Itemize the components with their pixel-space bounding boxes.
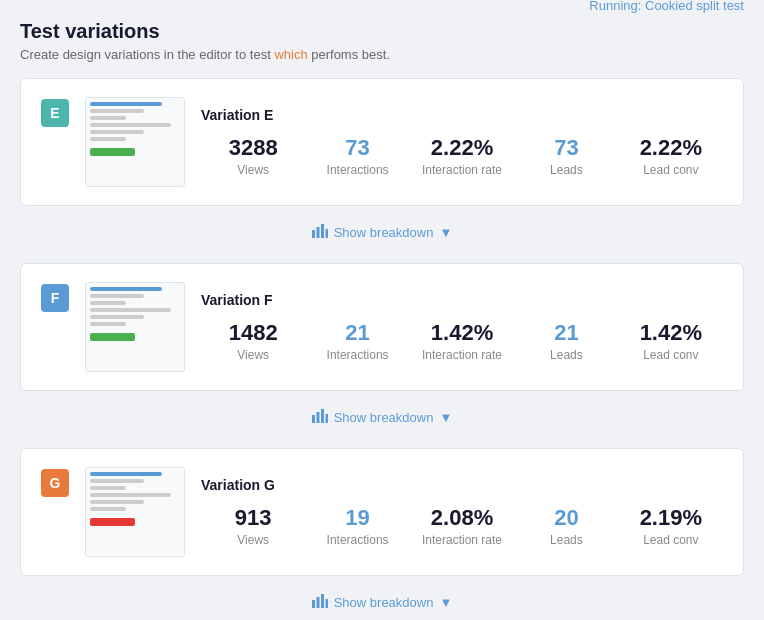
stat-label: Leads [514, 163, 618, 177]
variations-container: E Variation E3288Views73Interactions2.22… [20, 78, 744, 620]
stat-value: 21 [305, 320, 409, 346]
subtitle-text-before: Create design variations in the editor t… [20, 47, 274, 62]
page-title: Test variations [20, 20, 390, 43]
stat-item: 1482Views [201, 320, 305, 362]
variation-content-e: Variation E3288Views73Interactions2.22%I… [201, 107, 723, 177]
stat-value: 73 [305, 135, 409, 161]
stat-item: 73Interactions [305, 135, 409, 177]
thumb-line [90, 308, 171, 312]
variation-badge-e: E [41, 99, 69, 127]
stat-item: 1.42%Lead conv [619, 320, 723, 362]
chevron-down-icon: ▼ [439, 410, 452, 425]
stat-label: Leads [514, 348, 618, 362]
stat-value: 2.19% [619, 505, 723, 531]
variation-content-g: Variation G913Views19Interactions2.08%In… [201, 477, 723, 547]
variation-thumbnail-g [85, 467, 185, 557]
thumb-line [90, 322, 126, 326]
stat-label: Interactions [305, 163, 409, 177]
stat-value: 913 [201, 505, 305, 531]
svg-rect-8 [312, 600, 315, 608]
stats-row-f: 1482Views21Interactions1.42%Interaction … [201, 320, 723, 362]
stat-label: Interaction rate [410, 533, 514, 547]
breakdown-label: Show breakdown [334, 595, 434, 610]
subtitle-text-after: perfoms best. [308, 47, 390, 62]
variation-thumbnail-e [85, 97, 185, 187]
variation-name-g: Variation G [201, 477, 723, 493]
stat-label: Interaction rate [410, 348, 514, 362]
thumb-button [90, 333, 135, 341]
variation-thumbnail-f [85, 282, 185, 372]
thumb-line [90, 472, 162, 476]
svg-rect-5 [316, 412, 319, 423]
bar-chart-icon [312, 409, 328, 426]
variation-content-f: Variation F1482Views21Interactions1.42%I… [201, 292, 723, 362]
stat-value: 1.42% [619, 320, 723, 346]
stat-value: 20 [514, 505, 618, 531]
stat-item: 19Interactions [305, 505, 409, 547]
stat-value: 3288 [201, 135, 305, 161]
stat-item: 3288Views [201, 135, 305, 177]
thumb-line [90, 500, 144, 504]
svg-rect-3 [325, 229, 328, 238]
thumb-line [90, 493, 171, 497]
stat-label: Interaction rate [410, 163, 514, 177]
stat-item: 20Leads [514, 505, 618, 547]
svg-rect-11 [325, 599, 328, 608]
thumb-line [90, 486, 126, 490]
stat-item: 2.08%Interaction rate [410, 505, 514, 547]
stat-label: Views [201, 348, 305, 362]
stat-item: 1.42%Interaction rate [410, 320, 514, 362]
stat-value: 2.22% [619, 135, 723, 161]
variation-name-e: Variation E [201, 107, 723, 123]
svg-rect-0 [312, 230, 315, 238]
chevron-down-icon: ▼ [439, 225, 452, 240]
svg-rect-6 [321, 409, 324, 423]
breakdown-label: Show breakdown [334, 225, 434, 240]
stat-value: 73 [514, 135, 618, 161]
stat-item: 73Leads [514, 135, 618, 177]
stats-row-g: 913Views19Interactions2.08%Interaction r… [201, 505, 723, 547]
stat-label: Lead conv [619, 348, 723, 362]
thumb-line [90, 301, 126, 305]
variation-name-f: Variation F [201, 292, 723, 308]
stat-item: 2.22%Lead conv [619, 135, 723, 177]
stat-label: Interactions [305, 533, 409, 547]
svg-rect-1 [316, 227, 319, 238]
breakdown-button-e[interactable]: Show breakdown ▼ [20, 214, 744, 251]
thumb-button [90, 518, 135, 526]
breakdown-button-g[interactable]: Show breakdown ▼ [20, 584, 744, 620]
page-header: Test variations Create design variations… [20, 20, 744, 62]
thumb-line [90, 109, 144, 113]
breakdown-label: Show breakdown [334, 410, 434, 425]
page-header-left: Test variations Create design variations… [20, 20, 390, 62]
bar-chart-icon [312, 224, 328, 241]
variation-badge-f: F [41, 284, 69, 312]
running-label: Running: Cookied split test [589, 0, 744, 13]
thumb-line [90, 137, 126, 141]
stat-item: 2.19%Lead conv [619, 505, 723, 547]
thumb-line [90, 507, 126, 511]
chevron-down-icon: ▼ [439, 595, 452, 610]
variation-card-e: E Variation E3288Views73Interactions2.22… [20, 78, 744, 206]
stat-label: Lead conv [619, 163, 723, 177]
thumb-button [90, 148, 135, 156]
thumb-line [90, 315, 144, 319]
stat-value: 19 [305, 505, 409, 531]
stat-value: 1.42% [410, 320, 514, 346]
thumb-line [90, 123, 171, 127]
stat-label: Views [201, 533, 305, 547]
thumb-line [90, 294, 144, 298]
variation-card-g: G Variation G913Views19Interactions2.08%… [20, 448, 744, 576]
thumb-line [90, 287, 162, 291]
subtitle-highlight: which [274, 47, 307, 62]
svg-rect-2 [321, 224, 324, 238]
svg-rect-9 [316, 597, 319, 608]
variation-card-f: F Variation F1482Views21Interactions1.42… [20, 263, 744, 391]
stat-value: 2.22% [410, 135, 514, 161]
breakdown-button-f[interactable]: Show breakdown ▼ [20, 399, 744, 436]
stat-label: Interactions [305, 348, 409, 362]
stat-label: Lead conv [619, 533, 723, 547]
bar-chart-icon [312, 594, 328, 611]
stats-row-e: 3288Views73Interactions2.22%Interaction … [201, 135, 723, 177]
thumb-line [90, 116, 126, 120]
